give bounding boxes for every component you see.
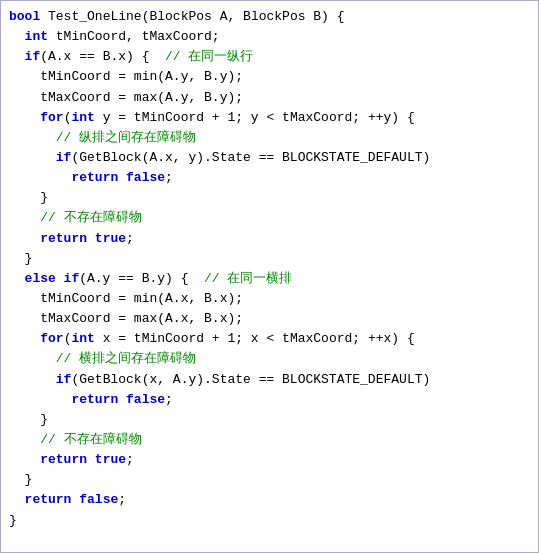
line3: if(A.x == B.x) { // 在同一纵行 — [9, 47, 530, 67]
line18: // 横排之间存在障碍物 — [9, 349, 530, 369]
line21: } — [9, 410, 530, 430]
line7: // 纵排之间存在障碍物 — [9, 128, 530, 148]
line16: tMaxCoord = max(A.x, B.x); — [9, 309, 530, 329]
line12: return true; — [9, 229, 530, 249]
line22: // 不存在障碍物 — [9, 430, 530, 450]
line15: tMinCoord = min(A.x, B.x); — [9, 289, 530, 309]
line10: } — [9, 188, 530, 208]
line8: if(GetBlock(A.x, y).State == BLOCKSTATE_… — [9, 148, 530, 168]
line9: return false; — [9, 168, 530, 188]
line23: return true; — [9, 450, 530, 470]
line4: tMinCoord = min(A.y, B.y); — [9, 67, 530, 87]
line1: bool Test_OneLine(BlockPos A, BlockPos B… — [9, 7, 530, 27]
line13: } — [9, 249, 530, 269]
line14: else if(A.y == B.y) { // 在同一横排 — [9, 269, 530, 289]
line25: return false; — [9, 490, 530, 510]
line6: for(int y = tMinCoord + 1; y < tMaxCoord… — [9, 108, 530, 128]
line24: } — [9, 470, 530, 490]
line19: if(GetBlock(x, A.y).State == BLOCKSTATE_… — [9, 370, 530, 390]
code-editor: bool Test_OneLine(BlockPos A, BlockPos B… — [0, 0, 539, 553]
line20: return false; — [9, 390, 530, 410]
line17: for(int x = tMinCoord + 1; x < tMaxCoord… — [9, 329, 530, 349]
line11: // 不存在障碍物 — [9, 208, 530, 228]
line2: int tMinCoord, tMaxCoord; — [9, 27, 530, 47]
line26: } — [9, 511, 530, 531]
line5: tMaxCoord = max(A.y, B.y); — [9, 88, 530, 108]
